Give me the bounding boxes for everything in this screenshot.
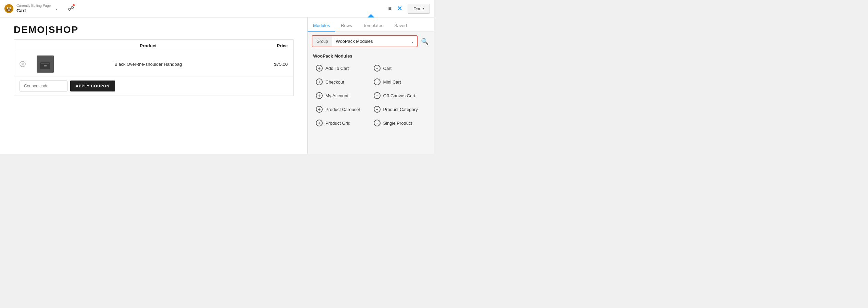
- module-label: Add To Cart: [325, 66, 349, 71]
- module-label: Single Product: [383, 121, 412, 126]
- module-label: Cart: [383, 66, 392, 71]
- add-circle-icon: +: [374, 106, 381, 113]
- module-item-off-canvas-cart[interactable]: + Off-Canvas Cart: [371, 89, 429, 102]
- tab-templates[interactable]: Templates: [358, 20, 389, 32]
- svg-rect-13: [41, 63, 49, 64]
- module-item-product-carousel[interactable]: + Product Carousel: [313, 102, 371, 116]
- add-circle-icon: +: [316, 120, 323, 126]
- page-dropdown-chevron[interactable]: ⌄: [55, 6, 58, 11]
- module-label: Product Carousel: [325, 107, 360, 112]
- add-circle-icon: +: [316, 78, 323, 85]
- module-item-checkout[interactable]: + Checkout: [313, 75, 371, 89]
- svg-rect-6: [8, 10, 10, 11]
- remove-cell: [14, 52, 32, 76]
- apply-coupon-button[interactable]: APPLY COUPON: [70, 81, 115, 91]
- col-remove: [14, 40, 32, 52]
- editing-label: Currently Editing Page: [16, 4, 51, 8]
- done-button[interactable]: Done: [408, 4, 430, 14]
- product-thumbnail: [37, 56, 54, 73]
- svg-point-5: [10, 8, 11, 8]
- group-chevron-icon: ⌄: [411, 39, 417, 44]
- module-label: Checkout: [325, 79, 344, 85]
- svg-rect-7: [8, 10, 9, 11]
- col-price: Price: [237, 40, 293, 52]
- add-circle-icon: +: [374, 65, 381, 72]
- editing-info: Currently Editing Page Cart: [16, 4, 51, 14]
- module-label: Product Category: [383, 107, 418, 112]
- svg-rect-8: [9, 10, 9, 11]
- beaver-logo: [4, 4, 14, 13]
- add-circle-icon: +: [374, 92, 381, 99]
- cart-table: Product Price: [14, 39, 294, 76]
- page-content: DEMO|SHOP Product Price: [0, 17, 307, 154]
- module-item-my-account[interactable]: + My Account: [313, 89, 371, 102]
- group-select[interactable]: WooPack Modules Standard Modules: [332, 36, 411, 47]
- svg-rect-14: [44, 65, 47, 66]
- editing-page: Cart: [16, 8, 51, 14]
- right-panel: Modules Rows Templates Saved Group WooPa…: [307, 17, 434, 154]
- col-image: [31, 40, 59, 52]
- svg-point-4: [8, 8, 8, 8]
- group-selector-box: Group WooPack Modules Standard Modules ⌄: [312, 35, 418, 47]
- module-label: My Account: [325, 93, 348, 98]
- module-item-cart[interactable]: + Cart: [371, 61, 429, 75]
- module-label: Off-Canvas Cart: [383, 93, 416, 98]
- group-selector-row: Group WooPack Modules Standard Modules ⌄…: [308, 32, 434, 51]
- module-item-product-grid[interactable]: + Product Grid: [313, 116, 371, 130]
- tab-rows[interactable]: Rows: [335, 20, 358, 32]
- shop-logo: DEMO|SHOP: [0, 17, 307, 39]
- add-circle-icon: +: [316, 65, 323, 72]
- coupon-row: APPLY COUPON: [14, 76, 294, 96]
- notification-bell[interactable]: ☍: [68, 5, 74, 12]
- tab-modules[interactable]: Modules: [308, 20, 335, 32]
- close-icon[interactable]: ✕: [397, 5, 402, 12]
- module-section-title: WooPack Modules: [308, 51, 434, 60]
- top-bar-right: ≡ ✕ Done: [388, 4, 430, 14]
- add-circle-icon: +: [374, 120, 381, 126]
- module-item-mini-cart[interactable]: + Mini Cart: [371, 75, 429, 89]
- module-item-add-to-cart[interactable]: + Add To Cart: [313, 61, 371, 75]
- menu-icon[interactable]: ≡: [388, 5, 392, 12]
- shop-logo-text: DEMO|SHOP: [14, 24, 78, 35]
- add-circle-icon: +: [374, 78, 381, 85]
- notification-dot: [73, 4, 75, 6]
- module-item-product-category[interactable]: + Product Category: [371, 102, 429, 116]
- module-item-single-product[interactable]: + Single Product: [371, 116, 429, 130]
- col-product: Product: [59, 40, 237, 52]
- product-price-cell: $75.00: [237, 52, 293, 76]
- cart-area: Product Price: [0, 39, 307, 96]
- module-label: Product Grid: [325, 121, 350, 126]
- top-bar-left: Currently Editing Page Cart ⌄ ☍: [4, 4, 388, 14]
- cart-row: Black Over-the-shoulder Handbag $75.00: [14, 52, 294, 76]
- coupon-input[interactable]: [20, 81, 67, 91]
- search-icon[interactable]: 🔍: [420, 36, 430, 47]
- module-grid: + Add To Cart + Cart + Checkout + Mini C…: [308, 60, 434, 131]
- product-name-cell: Black Over-the-shoulder Handbag: [59, 52, 237, 76]
- group-label: Group: [312, 36, 332, 47]
- tab-saved[interactable]: Saved: [389, 20, 412, 32]
- panel-arrow: [368, 14, 374, 17]
- product-image-cell: [31, 52, 59, 76]
- remove-button[interactable]: [20, 61, 26, 67]
- main-area: DEMO|SHOP Product Price: [0, 17, 434, 154]
- module-label: Mini Cart: [383, 79, 401, 85]
- panel-tabs: Modules Rows Templates Saved: [308, 17, 434, 32]
- add-circle-icon: +: [316, 106, 323, 113]
- add-circle-icon: +: [316, 92, 323, 99]
